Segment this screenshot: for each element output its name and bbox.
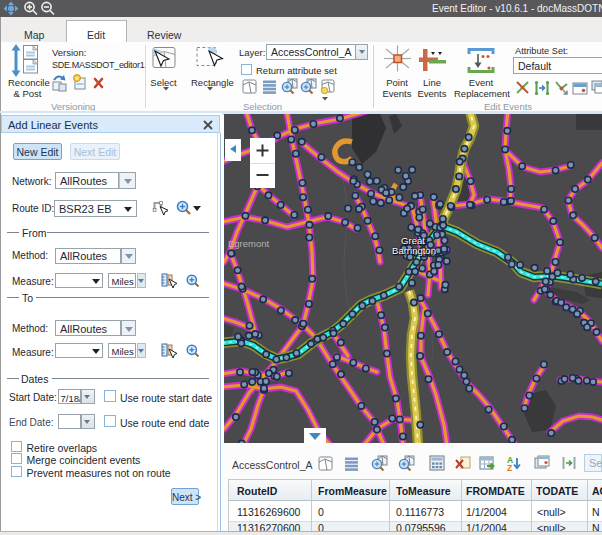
svg-text:Z: Z bbox=[507, 463, 512, 473]
svg-text:Barrington: Barrington bbox=[392, 245, 436, 256]
svg-text:Egremont: Egremont bbox=[228, 238, 270, 249]
